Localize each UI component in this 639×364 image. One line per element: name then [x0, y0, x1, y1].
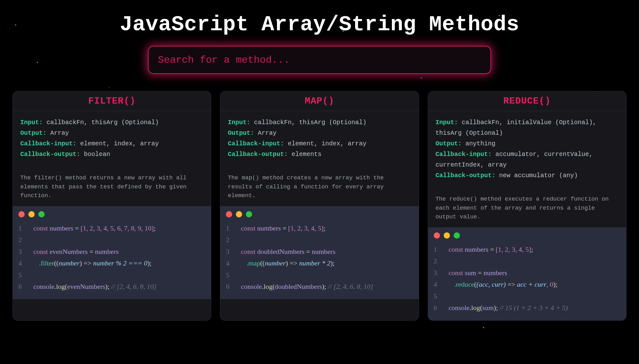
spec-val-output: anything: [466, 140, 495, 147]
code-block: 1const numbers = [1, 2, 3, 4, 5]; 2 3con…: [428, 227, 626, 320]
spec-val-input: callbackFn, initialValue (Optional), thi…: [436, 119, 597, 137]
code-lines: 1const numbers = [1, 2, 3, 4, 5, 6, 7, 8…: [18, 222, 205, 292]
dot-yellow-icon: [444, 232, 450, 239]
spec-cb-input: Callback-input: element, index, array: [228, 138, 411, 149]
spec-input: Input: callbackFn, thisArg (Optional): [228, 117, 411, 128]
spec-key-output: Output:: [436, 140, 462, 147]
card-header: MAP(): [220, 91, 418, 111]
card-map: MAP() Input: callbackFn, thisArg (Option…: [220, 91, 419, 321]
spec-val-input: callbackFn, thisArg (Optional): [46, 119, 159, 126]
card-title: FILTER(): [13, 96, 211, 106]
window-dots: [434, 232, 621, 239]
spec-val-cb-output: boolean: [84, 151, 110, 158]
spec-key-cb-input: Callback-input:: [436, 151, 492, 158]
code-lines: 1const numbers = [1, 2, 3, 4, 5]; 2 3con…: [226, 222, 413, 292]
dot-green-icon: [38, 211, 45, 217]
spec-val-cb-output: new accumulator (any): [499, 172, 578, 179]
spec-key-input: Input:: [436, 119, 458, 126]
spec-cb-input: Callback-input: accumulator, currentValu…: [436, 149, 619, 170]
spec-output: Output: Array: [228, 128, 411, 138]
spec-val-cb-input: element, index, array: [288, 140, 366, 147]
spec-key-cb-output: Callback-output:: [436, 172, 495, 179]
card-filter: FILTER() Input: callbackFn, thisArg (Opt…: [12, 91, 211, 321]
spec-key-cb-input: Callback-input:: [228, 140, 284, 147]
card-header: FILTER(): [13, 91, 211, 111]
spec-val-output: Array: [50, 129, 69, 137]
spec-val-output: Array: [258, 129, 276, 137]
dot-yellow-icon: [236, 211, 242, 217]
spec-key-output: Output:: [228, 129, 254, 137]
cards-grid: FILTER() Input: callbackFn, thisArg (Opt…: [12, 91, 627, 321]
dot-green-icon: [454, 232, 460, 239]
spec-val-cb-input: element, index, array: [80, 140, 159, 147]
card-reduce: REDUCE() Input: callbackFn, initialValue…: [428, 91, 627, 321]
spec-key-cb-output: Callback-output:: [20, 151, 80, 158]
spec-cb-output: Callback-output: elements: [228, 149, 411, 160]
spec-input: Input: callbackFn, thisArg (Optional): [20, 117, 203, 128]
dot-green-icon: [246, 211, 252, 217]
spec-key-cb-output: Callback-output:: [228, 151, 288, 158]
card-title: MAP(): [220, 96, 418, 106]
spec-key-input: Input:: [20, 119, 43, 126]
spec-val-input: callbackFn, thisArg (Optional): [254, 119, 366, 126]
spec-output: Output: anything: [436, 138, 619, 149]
card-title: REDUCE(): [428, 96, 626, 106]
code-block: 1const numbers = [1, 2, 3, 4, 5]; 2 3con…: [220, 206, 418, 299]
code-lines: 1const numbers = [1, 2, 3, 4, 5]; 2 3con…: [434, 244, 621, 313]
dot-yellow-icon: [28, 211, 35, 217]
spec-key-output: Output:: [20, 129, 46, 137]
spec-key-input: Input:: [228, 119, 250, 126]
page-title: JavaScript Array/String Methods: [12, 12, 627, 36]
card-header: REDUCE(): [428, 91, 626, 111]
dot-red-icon: [226, 211, 232, 217]
code-block: 1const numbers = [1, 2, 3, 4, 5, 6, 7, 8…: [13, 206, 211, 299]
window-dots: [226, 211, 413, 217]
spec-output: Output: Array: [20, 128, 203, 138]
spec-input: Input: callbackFn, initialValue (Optiona…: [436, 117, 619, 138]
spec-cb-output: Callback-output: boolean: [20, 149, 203, 160]
spec-cb-input: Callback-input: element, index, array: [20, 138, 203, 149]
window-dots: [18, 211, 205, 217]
spec-key-cb-input: Callback-input:: [20, 140, 76, 147]
spec-cb-output: Callback-output: new accumulator (any): [436, 170, 619, 181]
spec-val-cb-output: elements: [291, 151, 321, 158]
dot-red-icon: [18, 211, 25, 217]
card-description: The reduce() method executes a reducer f…: [436, 195, 619, 222]
card-description: The map() method creates a new array wit…: [228, 174, 411, 201]
card-description: The filter() method returns a new array …: [20, 174, 203, 201]
search-input[interactable]: [148, 46, 491, 74]
dot-red-icon: [434, 232, 440, 239]
